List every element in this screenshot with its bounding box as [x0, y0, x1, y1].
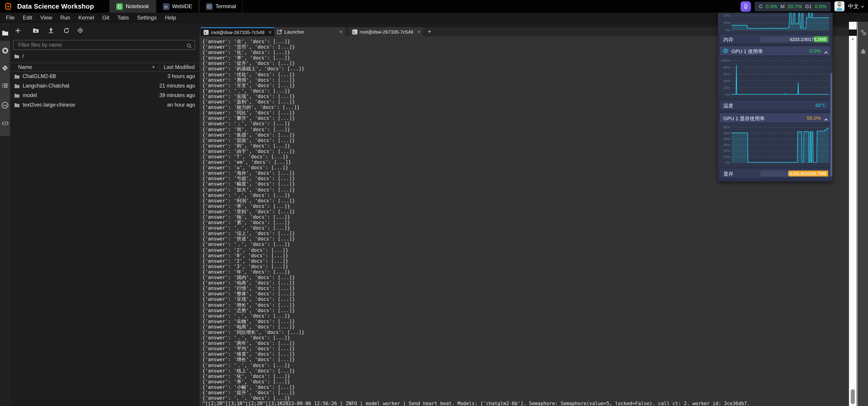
terminal-output-line: {'answer': '，', 'docs': [...]} — [202, 192, 849, 197]
terminal-output-line: {'answer': '平均', 'docs': [...]} — [202, 346, 849, 351]
menu-item[interactable]: File — [2, 12, 19, 23]
user-avatar[interactable] — [834, 1, 844, 11]
mem-value: 20.7% — [788, 4, 802, 9]
vram-row: 显存 14166.8/24258.7MB — [720, 169, 831, 178]
monitor-scrollbar-thumb[interactable] — [830, 73, 832, 177]
close-icon[interactable]: × — [339, 29, 342, 34]
chevron-up-icon[interactable] — [824, 117, 828, 122]
product-tabs: Notebook {/} WebIDE Terminal — [109, 0, 243, 13]
assistant-icon[interactable] — [741, 1, 751, 11]
terminal-output-line: {'answer': '，', 'docs': [...]} — [202, 335, 849, 340]
property-inspector-gears-icon[interactable] — [858, 27, 868, 37]
dsw-workspace: Data Science Workshop Notebook {/} WebID… — [0, 0, 868, 406]
file-list-item[interactable]: Langchain-Chatchat 21 minutes ago — [10, 82, 199, 91]
terminal-output-line: {'answer': '，', 'docs': [...]} — [202, 362, 849, 368]
running-kernels-icon[interactable] — [0, 45, 10, 55]
product-tab-label: WebIDE — [172, 3, 192, 9]
resource-usage-pill[interactable]: C 0.3% M 20.7% G1 0.0% — [755, 2, 831, 11]
terminal-output-line: {'answer': '率', 'docs': [...]} — [202, 379, 849, 384]
git-clone-icon[interactable] — [76, 26, 84, 34]
table-of-contents-icon[interactable] — [0, 80, 10, 90]
column-name[interactable]: Name — [18, 64, 32, 70]
file-name: model — [23, 93, 37, 98]
product-tab-terminal[interactable]: Terminal — [199, 0, 243, 13]
language-label: 中文 — [848, 2, 859, 10]
folder-icon — [14, 84, 20, 89]
vram-meter: 14166.8/24258.7MB — [761, 170, 828, 176]
axis-tick-label: 40% — [719, 79, 730, 83]
resource-monitor-panel: 20%10%0% 内存 6233.1/30179.2MB GPU 1 使用率 0… — [718, 12, 833, 182]
code-snippets-icon[interactable] — [0, 118, 10, 128]
file-modified: 39 minutes ago — [159, 93, 195, 98]
notebook-icon — [116, 3, 123, 10]
menu-item[interactable]: Edit — [19, 12, 36, 23]
chart-gpu-series — [732, 58, 829, 94]
sort-ascending-icon[interactable]: ▲ — [152, 65, 155, 68]
breadcrumb[interactable]: / — [14, 53, 24, 60]
add-tab-button[interactable]: + — [425, 27, 434, 36]
axis-tick-label: 30% — [719, 143, 730, 147]
gpu-utilization-value: 0.0% — [809, 48, 821, 54]
terminal-output-line: {'answer': '电商', 'docs': [...]} — [202, 280, 849, 285]
product-tab-webide[interactable]: {/} WebIDE — [156, 0, 199, 13]
upload-icon[interactable] — [47, 26, 55, 34]
file-list-item[interactable]: model 39 minutes ago — [10, 91, 199, 101]
axis-tick-label: 0% — [719, 161, 730, 165]
job-icon[interactable]: JOB — [0, 100, 10, 110]
scroll-up-arrow-icon[interactable]: ▲ — [849, 37, 857, 41]
close-icon[interactable]: × — [417, 29, 421, 34]
refresh-icon[interactable] — [62, 26, 70, 34]
vram-utilization-header[interactable]: GPU 1 显存使用率 58.0% — [720, 114, 831, 123]
gpu-chart-plot: 100%80%60%40%20%0% — [732, 58, 829, 94]
chevron-down-icon — [861, 5, 864, 7]
close-icon[interactable]: × — [269, 30, 272, 35]
menu-item[interactable]: Tabs — [113, 12, 133, 23]
menu-item[interactable]: Kernel — [74, 12, 98, 23]
right-sidebar — [857, 22, 868, 406]
column-divider — [160, 63, 160, 72]
file-name: ChatGLM2-6B — [23, 73, 56, 79]
file-list: ChatGLM2-6B 3 hours ago Langchain-Chatch… — [10, 72, 199, 110]
terminal-output-line: {'answer': '0', 'docs': [...]} — [202, 252, 849, 258]
new-launcher-icon[interactable] — [13, 26, 22, 34]
menu-item[interactable]: Help — [161, 12, 180, 23]
memory-value: 6233.1/30179.2MB — [790, 36, 826, 42]
app-title: Data Science Workshop — [17, 3, 94, 10]
file-list-item[interactable]: text2vec-large-chinese an hour ago — [10, 101, 199, 110]
scrollbar-thumb[interactable] — [851, 389, 855, 404]
tab-terminal-1[interactable]: $_ root@dsw-267335-7c5496d6 × — [201, 27, 274, 36]
menu-item[interactable]: View — [36, 12, 56, 23]
terminal-tab-icon: $_ — [352, 29, 358, 34]
terminal-output-line: {'answer': '利润', 'docs': [...]} — [202, 197, 849, 203]
terminal-output-line: {'answer': '累', 'docs': [...]} — [202, 220, 849, 225]
folder-icon — [14, 102, 20, 108]
terminal-output-line: {'answer': '，', 'docs': [...]} — [202, 242, 849, 247]
menu-item[interactable]: Git — [98, 12, 113, 23]
file-list-item[interactable]: ChatGLM2-6B 3 hours ago — [10, 72, 199, 82]
file-modified: 21 minutes ago — [159, 83, 195, 89]
menu-item[interactable]: Run — [56, 12, 74, 23]
terminal-output-line: {'answer': '增长', 'docs': [...]} — [202, 357, 849, 362]
temperature-value: 48°C — [815, 102, 826, 108]
column-last-modified[interactable]: Last Modified — [164, 64, 195, 70]
menu-item[interactable]: Settings — [133, 12, 161, 23]
language-switcher[interactable]: 中文 — [848, 2, 864, 10]
tab-launcher[interactable]: Launcher × — [274, 27, 345, 36]
new-folder-icon[interactable] — [32, 26, 40, 34]
gpu-utilization-title: GPU 1 使用率 — [732, 48, 763, 55]
terminal-output-line: {'answer': '维度', 'docs': [...]} — [202, 351, 849, 357]
terminal-output-line: {'answer': '加大', 'docs': [...]} — [202, 187, 849, 192]
gpu-utilization-header[interactable]: GPU 1 使用率 0.0% — [720, 46, 831, 55]
git-sidebar-icon[interactable] — [0, 63, 10, 73]
tab-terminal-2[interactable]: $_ root@dsw-267335-7c5496d6 × — [350, 27, 423, 36]
filter-files-input[interactable] — [17, 40, 181, 50]
chevron-up-icon[interactable] — [824, 50, 828, 55]
folder-icon — [14, 54, 20, 59]
terminal-scrollbar[interactable]: ▲ — [849, 22, 857, 406]
debugger-bug-icon[interactable] — [858, 46, 868, 56]
terminal-output-line: {'answer': '态势', 'docs': [...]} — [202, 307, 849, 313]
terminal-tab-icon: $_ — [204, 30, 209, 35]
file-browser-icon[interactable] — [0, 28, 10, 38]
product-tab-notebook[interactable]: Notebook — [109, 0, 156, 13]
search-icon — [186, 42, 192, 50]
